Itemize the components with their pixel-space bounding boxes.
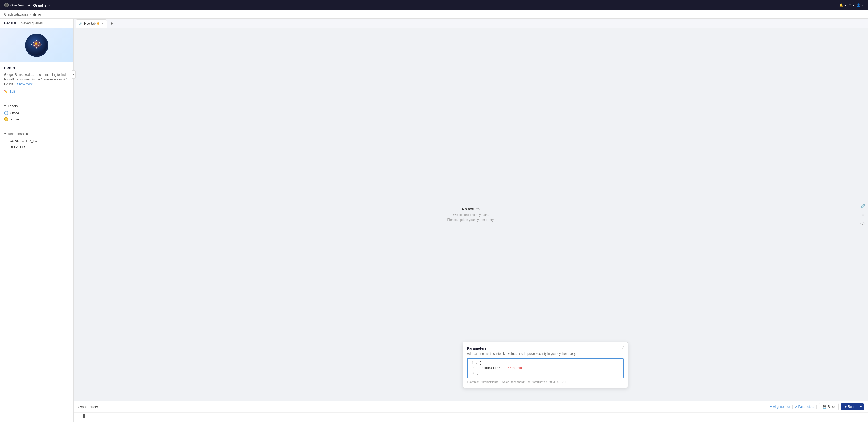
svg-point-25: [35, 43, 37, 45]
relationships-section: Relationships → CONNECTED_TO → RELATED: [0, 129, 73, 152]
svg-point-2: [43, 38, 43, 39]
user-avatar-icon: 👤: [857, 3, 861, 7]
parameters-popup: Parameters Add parameters to customize v…: [463, 342, 628, 388]
tab-unsaved-dot: [97, 23, 99, 25]
apps-button[interactable]: ⊞: [848, 3, 855, 7]
parameters-description: Add parameters to customize values and i…: [467, 352, 624, 356]
cypher-cursor: [83, 414, 85, 418]
svg-point-17: [33, 42, 34, 43]
labels-chevron-icon: [4, 105, 6, 107]
graphs-label: Graphs: [33, 3, 47, 7]
expand-icon[interactable]: ⤢: [622, 345, 625, 349]
graph-canvas: No results We couldn't find any data. Pl…: [74, 28, 868, 401]
no-results-message: No results We couldn't find any data. Pl…: [447, 207, 494, 222]
tab-general[interactable]: General: [4, 19, 16, 28]
cypher-header: Cypher query ✦ AI generator ⟳ Parameters…: [74, 401, 868, 413]
user-menu-button[interactable]: 👤: [857, 3, 864, 7]
notifications-button[interactable]: 🔔: [839, 3, 846, 7]
project-dot-icon: [4, 117, 8, 121]
label-item-project: Project: [4, 116, 69, 122]
svg-point-20: [38, 45, 39, 46]
divider-actions: [792, 405, 793, 409]
content-area: 🔗 New tab ✕ + No results We couldn't fin…: [74, 19, 868, 422]
svg-point-4: [29, 50, 29, 51]
labels-header[interactable]: Labels: [4, 104, 69, 108]
office-dot-icon: [4, 111, 8, 115]
edit-icon: ✏️: [4, 90, 8, 93]
profile-info: demo Gregor Samsa wakes up one morning t…: [0, 62, 73, 97]
code-line-1: 1 ⌄ {: [470, 361, 621, 366]
collapse-arrow-icon: [73, 74, 74, 76]
breadcrumb: Graph databases › demo: [0, 10, 868, 19]
add-tab-button[interactable]: +: [108, 20, 115, 27]
label-item-office: Office: [4, 110, 69, 116]
save-icon: 💾: [823, 405, 827, 409]
list-icon[interactable]: ≡: [859, 210, 867, 219]
run-dropdown-arrow-icon: [860, 406, 862, 407]
side-icons-panel: 🔗 ≡ </>: [858, 201, 868, 229]
code-icon[interactable]: </>: [859, 219, 867, 228]
profile-image: [25, 34, 48, 57]
profile-image-container: [0, 28, 73, 62]
arrow-right-icon-2: →: [4, 145, 7, 149]
bell-chevron-icon: [844, 5, 846, 6]
cypher-input-area[interactable]: 1: [74, 413, 868, 422]
code-line-3: 3 }: [470, 371, 621, 376]
run-button[interactable]: Run: [841, 403, 858, 410]
svg-point-19: [34, 45, 35, 46]
tab-new-tab[interactable]: 🔗 New tab ✕: [76, 19, 107, 28]
profile-description: Gregor Samsa wakes up one morning to fin…: [4, 73, 69, 86]
sidebar: General Saved queries: [0, 19, 74, 422]
code-line-2: 2 "location": "New York": [470, 366, 621, 371]
parameters-code-editor[interactable]: 1 ⌄ { 2 "location": "New York" 3 }: [467, 358, 624, 378]
graphs-menu-button[interactable]: Graphs: [33, 3, 51, 7]
breadcrumb-arrow-icon: ›: [30, 13, 31, 16]
run-play-icon: [845, 406, 846, 408]
cypher-title: Cypher query: [78, 405, 98, 409]
svg-point-16: [36, 40, 37, 41]
logo[interactable]: OneReach.ai: [4, 3, 30, 7]
cypher-line-number: 1: [78, 414, 80, 419]
run-button-group: Run: [841, 403, 864, 410]
profile-name: demo: [4, 66, 69, 70]
ai-generator-button[interactable]: ✦ AI generator: [770, 405, 790, 409]
parameters-icon: ⟳: [795, 405, 797, 409]
tab-label: New tab: [84, 22, 96, 25]
bell-icon: 🔔: [839, 3, 843, 7]
apps-chevron-icon: [852, 5, 855, 6]
run-dropdown-button[interactable]: [858, 403, 864, 410]
divider-2: [4, 127, 69, 127]
arrow-right-icon: →: [4, 139, 7, 143]
breadcrumb-current: demo: [33, 13, 41, 16]
svg-point-1: [30, 40, 30, 40]
line-expand-icon[interactable]: ⌄: [476, 361, 477, 366]
edit-button[interactable]: ✏️ Edit: [4, 89, 69, 93]
save-button[interactable]: 💾 Save: [819, 403, 839, 411]
user-chevron-icon: [862, 5, 864, 6]
labels-section: Labels Office Project: [0, 101, 73, 125]
no-results-line1: We couldn't find any data. Please, updat…: [447, 213, 494, 222]
logo-text: OneReach.ai: [10, 3, 30, 7]
relationship-item-connected: → CONNECTED_TO: [4, 138, 69, 144]
tabs-bar: 🔗 New tab ✕ +: [74, 19, 868, 28]
show-more-button[interactable]: Show more: [17, 82, 33, 86]
relationships-chevron-icon: [4, 133, 6, 135]
tab-saved-queries[interactable]: Saved queries: [21, 19, 43, 28]
cypher-actions: ✦ AI generator ⟳ Parameters 💾 Save: [770, 403, 864, 411]
link-icon[interactable]: 🔗: [859, 202, 867, 210]
sidebar-collapse-button[interactable]: [71, 70, 76, 79]
apps-icon: ⊞: [848, 3, 851, 7]
tab-close-button[interactable]: ✕: [101, 22, 103, 25]
svg-point-18: [39, 42, 40, 43]
tab-graph-icon: 🔗: [79, 22, 83, 25]
no-results-title: No results: [447, 207, 494, 211]
parameters-button[interactable]: ⟳ Parameters: [795, 405, 814, 409]
breadcrumb-link-graphs[interactable]: Graph databases: [4, 13, 28, 16]
relationships-header[interactable]: Relationships: [4, 132, 69, 136]
svg-point-23: [41, 45, 42, 45]
parameters-title: Parameters: [467, 346, 624, 350]
relationship-item-related: → RELATED: [4, 144, 69, 150]
profile-image-svg: [26, 35, 47, 56]
sidebar-tabs: General Saved queries: [0, 19, 73, 28]
parameters-example: Example: { "projectName": "Sales Dashboa…: [467, 381, 624, 384]
